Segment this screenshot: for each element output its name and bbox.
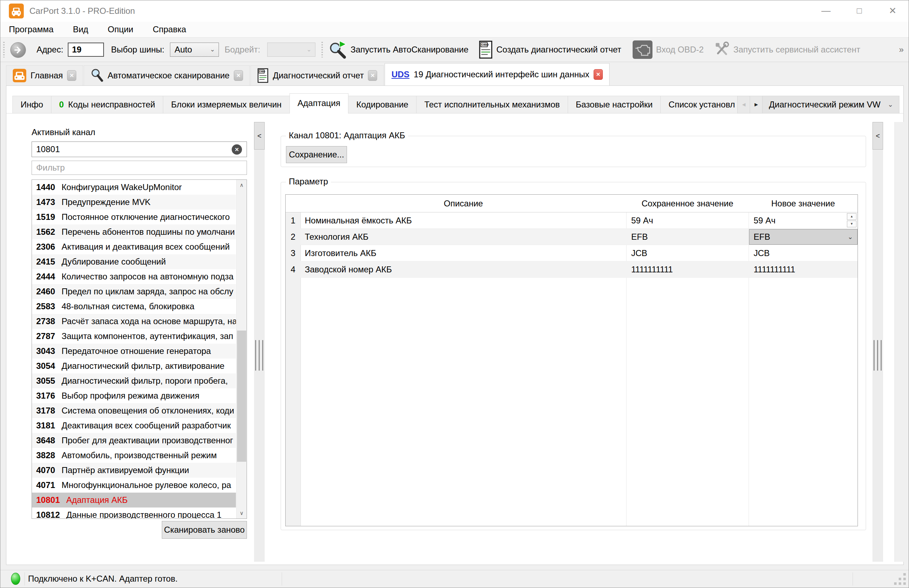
engine-icon <box>632 40 652 59</box>
tab-basic-settings[interactable]: Базовые настройки <box>568 96 661 113</box>
list-item[interactable]: 1440Конфигурация WakeUpMonitor <box>32 180 236 195</box>
resize-grip[interactable] <box>892 571 906 585</box>
tab-actuator-test[interactable]: Тест исполнительных механизмов <box>416 96 568 113</box>
battery-technology-combobox[interactable]: EFB ⌄ <box>749 229 857 245</box>
tab-dtc[interactable]: 0Коды неисправностей <box>51 96 163 113</box>
list-item[interactable]: 2738Расчёт запаса хода на основе маршрут… <box>32 314 236 329</box>
tab-close-icon[interactable]: ✕ <box>234 70 243 81</box>
collapse-right-button[interactable]: < <box>872 122 883 150</box>
splitter-grip[interactable] <box>255 340 264 371</box>
list-item[interactable]: 1473Предупреждение MVK <box>32 195 236 210</box>
menu-options[interactable]: Опции <box>99 22 142 37</box>
spinner-down-button[interactable]: ▼ <box>847 221 857 227</box>
left-splitter[interactable]: < <box>254 122 265 562</box>
scroll-down-icon[interactable]: ∨ <box>237 508 247 519</box>
list-item[interactable]: 3055Диагностический фильтр, пороги пробе… <box>32 373 236 388</box>
row-number: 2 <box>286 229 301 245</box>
address-input[interactable] <box>68 42 104 57</box>
list-item[interactable]: 10801Адаптация АКБ <box>32 493 236 507</box>
splitter-grip[interactable] <box>873 340 882 371</box>
uds-badge: UDS <box>391 69 409 79</box>
filter-input[interactable] <box>32 161 247 175</box>
table-row[interactable]: Заводской номер АКБ 1111111111 111111111… <box>301 262 857 278</box>
list-item[interactable]: 10812Данные производственного процесса 1 <box>32 507 236 519</box>
toolbar-overflow-chevron[interactable]: » <box>899 37 904 62</box>
tab-scroll-left-button[interactable]: ◄ <box>737 96 750 113</box>
close-button[interactable]: ✕ <box>876 0 909 22</box>
channel-number: 1519 <box>36 212 55 222</box>
tab-installed-list[interactable]: Список установл <box>660 96 738 113</box>
menu-help[interactable]: Справка <box>144 22 194 37</box>
channel-list: 1440Конфигурация WakeUpMonitor1473Предуп… <box>32 179 247 519</box>
tab-close-icon-active[interactable]: ✕ <box>594 69 603 80</box>
tab-autoscan[interactable]: Автоматическое сканирование ✕ <box>84 65 250 86</box>
list-item[interactable]: 3054Диагностический фильтр, активировани… <box>32 359 236 373</box>
list-item[interactable]: 3181Деактивация всех сообщений разработч… <box>32 418 236 433</box>
channel-name: Данные производственного процесса 1 <box>66 510 222 519</box>
list-item[interactable]: 2460Предел по циклам заряда, запрос на о… <box>32 284 236 299</box>
list-item[interactable]: 4070Партнёр активируемой функции <box>32 463 236 478</box>
tab-measuring-blocks[interactable]: Блоки измеряемых величин <box>163 96 290 113</box>
tab-info[interactable]: Инфо <box>13 96 52 113</box>
baudrate-combobox: ⌄ <box>267 42 315 57</box>
cell-new-value[interactable]: 1111111111 <box>749 262 855 277</box>
diagnostic-mode-dropdown[interactable]: Диагностический режим VW ⌄ <box>762 96 899 113</box>
header-new-value: Новое значение <box>749 195 857 212</box>
clear-channel-icon[interactable]: ✕ <box>232 144 242 155</box>
list-item[interactable]: 3178Система оповещения об отклонениях, к… <box>32 403 236 418</box>
channel-name: 48-вольтная система, блокировка <box>61 302 194 311</box>
scroll-up-icon[interactable]: ∧ <box>237 180 247 191</box>
cell-new-value[interactable]: 59 Ач <box>749 212 855 228</box>
list-item[interactable]: 258348-вольтная система, блокировка <box>32 299 236 314</box>
list-item[interactable]: 2415Дублирование сообщений <box>32 254 236 269</box>
tab-info-label: Инфо <box>21 100 43 109</box>
wrench-icon <box>713 42 730 58</box>
channel-name: Выбор профиля режима движения <box>61 391 199 401</box>
channel-list-scrollbar[interactable]: ∧ ∨ <box>236 180 247 519</box>
tab-home[interactable]: Главная ✕ <box>6 65 83 86</box>
bus-select-combobox[interactable]: Auto ⌄ <box>170 42 219 57</box>
cell-new-value[interactable]: JCB <box>749 245 855 261</box>
list-item[interactable]: 1519Постоянное отключение диагностическо… <box>32 210 236 225</box>
menu-program[interactable]: Программа <box>0 22 62 37</box>
table-row[interactable]: Номинальная ёмкость АКБ 59 Ач 59 Ач <box>301 212 857 229</box>
collapse-left-button[interactable]: < <box>254 122 265 150</box>
tab-close-icon[interactable]: ✕ <box>368 70 377 81</box>
toolbar-grip[interactable] <box>3 42 5 57</box>
tab-uds-interface[interactable]: UDS 19 Диагностический интерфейс шин дан… <box>385 63 610 86</box>
menu-view[interactable]: Вид <box>64 22 97 37</box>
list-item[interactable]: 3043Передаточное отношение генератора <box>32 344 236 359</box>
cell-description: Номинальная ёмкость АКБ <box>301 212 626 228</box>
create-report-button[interactable]: OBD Создать диагностический отчет <box>479 37 621 62</box>
right-splitter[interactable]: < <box>872 122 883 562</box>
spinner-up-button[interactable]: ▲ <box>847 213 857 220</box>
table-row[interactable]: Изготовитель АКБ JCB JCB <box>301 245 857 262</box>
tab-report[interactable]: OBD Диагностический отчет ✕ <box>251 65 384 86</box>
channel-number: 1440 <box>36 182 55 192</box>
list-item[interactable]: 1562Перечень абонентов подшины по умолча… <box>32 225 236 239</box>
tab-scroll-right-button[interactable]: ► <box>750 96 762 113</box>
list-item[interactable]: 2787Защита компонентов, аутентификация, … <box>32 329 236 344</box>
channel-name: Количество запросов на автономную подза <box>61 271 233 281</box>
tab-close-icon[interactable]: ✕ <box>67 70 76 81</box>
tab-adaptation[interactable]: Адаптация <box>290 93 349 113</box>
list-item[interactable]: 2444Количество запросов на автономную по… <box>32 269 236 284</box>
rescan-button[interactable]: Сканировать заново <box>162 521 247 539</box>
list-item[interactable]: 3648Пробег для деактивации производствен… <box>32 433 236 448</box>
list-item[interactable]: 2306Активация и деактивация всех сообщен… <box>32 239 236 254</box>
channel-number-input[interactable] <box>32 142 247 157</box>
tab-coding[interactable]: Кодирование <box>348 96 417 113</box>
scrollbar-thumb[interactable] <box>237 331 246 462</box>
toolbar: Адрес: Выбор шины: Auto ⌄ Бодрейт: ⌄ Зап… <box>0 37 909 62</box>
list-item[interactable]: 3176Выбор профиля режима движения <box>32 388 236 403</box>
maximize-button[interactable]: □ <box>843 0 876 22</box>
go-address-button[interactable] <box>10 42 26 58</box>
tab-actuators-label: Тест исполнительных механизмов <box>424 100 560 109</box>
save-button[interactable]: Сохранение... <box>286 146 347 163</box>
list-item[interactable]: 4071Многофункциональное рулевое колесо, … <box>32 478 236 493</box>
minimize-button[interactable]: — <box>809 0 843 22</box>
autoscan-button[interactable]: Запустить АвтоСканирование <box>328 37 468 62</box>
list-item[interactable]: 3828Автомобиль, производственный режим <box>32 448 236 463</box>
cell-description: Технология АКБ <box>301 229 626 245</box>
channel-group-title: Канал 10801: Адаптация АКБ <box>286 131 408 141</box>
